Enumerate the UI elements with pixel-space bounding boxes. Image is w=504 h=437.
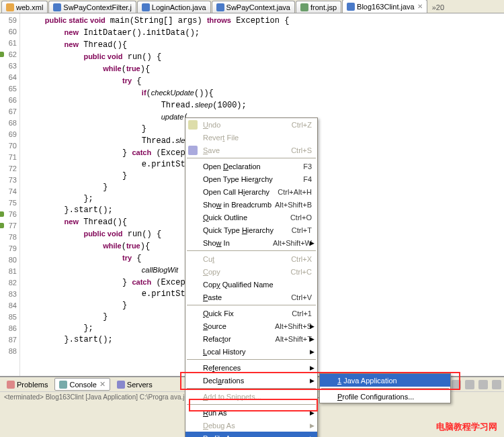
submenu-arrow-icon: ▶ (310, 240, 314, 246)
tab-web-xml[interactable]: web.xml (1, 1, 48, 13)
line-number: 86 (0, 323, 17, 334)
file-icon (347, 3, 355, 11)
close-icon[interactable]: ✕ (99, 380, 106, 389)
tab-label: SwPayContextFilter.j (63, 3, 131, 11)
menu-local-history[interactable]: Local History▶ (185, 345, 317, 358)
menu-label: Revert File (203, 134, 239, 142)
submenu-arrow-icon: ▶ (310, 348, 314, 355)
line-number: 88 (0, 346, 17, 357)
menu-run-as[interactable]: Run As▶ (185, 406, 317, 419)
menu-label: Local History (203, 348, 246, 356)
menu-profile-configurations-[interactable]: Profile Configurations... (320, 390, 450, 403)
line-number: 75 (0, 197, 17, 209)
menu-label: Profile As (203, 434, 234, 438)
menu-refactor[interactable]: RefactorAlt+Shift+T▶ (185, 332, 317, 345)
menu-label: Quick Type Hierarchy (203, 226, 274, 234)
line-number: 71 (0, 152, 17, 163)
tab-front-jsp[interactable]: front.jsp (296, 1, 341, 13)
line-number: 83 (0, 289, 17, 300)
tab-label: Blog163Clint.java (357, 3, 415, 11)
line-number: 61 (0, 38, 17, 49)
tab-swpaycontextfilter-j[interactable]: SwPayContextFilter.j (48, 1, 136, 13)
shortcut: Ctrl+O (290, 213, 312, 222)
line-number: 74 (0, 186, 17, 197)
shortcut: Ctrl+Z (292, 121, 312, 129)
display-selected-icon[interactable] (452, 380, 461, 389)
file-icon (6, 3, 14, 11)
menu-label: Declarations (203, 377, 244, 385)
tab-icon (59, 381, 67, 389)
line-number: 67 (0, 106, 17, 117)
line-number: 78 (0, 232, 17, 243)
menu-label: Undo (203, 121, 220, 129)
shortcut: Ctrl+C (291, 268, 312, 276)
watermark-text: 电脑教程学习网 (436, 421, 497, 433)
submenu-arrow-icon: ▶ (310, 409, 314, 416)
line-number: 63 (0, 60, 17, 72)
submenu-arrow-icon: ▶ (310, 365, 314, 371)
line-number: 60 (0, 26, 17, 38)
line-number: 72 (0, 163, 17, 175)
menu-copy: CopyCtrl+C (185, 265, 317, 278)
menu-1-java-application[interactable]: 1 Java Application (320, 374, 450, 387)
menu-label: Copy Qualified Name (203, 281, 274, 289)
more-tabs[interactable]: »20 (428, 2, 448, 13)
tab-icon (117, 381, 125, 389)
submenu-arrow-icon: ▶ (310, 435, 314, 438)
menu-label: Debug As (203, 422, 235, 430)
menu-show-in[interactable]: Show InAlt+Shift+W▶ (185, 236, 317, 249)
bottom-tab-problems[interactable]: Problems (3, 379, 52, 390)
tab-icon (7, 381, 15, 389)
tab-label: front.jsp (310, 3, 337, 11)
tab-swpaycontext-java[interactable]: SwPayContext.java (212, 1, 295, 13)
file-icon (53, 3, 61, 11)
line-number: 84 (0, 300, 17, 311)
shortcut: Ctrl+V (291, 293, 312, 301)
file-icon (216, 3, 224, 11)
menu-declarations[interactable]: Declarations▶ (185, 374, 317, 387)
shortcut: Ctrl+S (291, 146, 312, 154)
line-number: 68 (0, 117, 17, 129)
menu-open-type-hierarchy[interactable]: Open Type HierarchyF4 (185, 173, 317, 185)
line-number: 87 (0, 334, 17, 346)
menu-icon (188, 120, 198, 130)
tab-blog163clint-java[interactable]: Blog163Clint.java✕ (342, 0, 427, 13)
shortcut: F4 (303, 175, 312, 183)
line-number: 64 (0, 72, 17, 83)
menu-label: Refactor (203, 335, 231, 343)
menu-quick-fix[interactable]: Quick FixCtrl+1 (185, 307, 317, 320)
line-number: 79 (0, 243, 17, 254)
bottom-tab-console[interactable]: Console ✕ (54, 378, 110, 391)
shortcut: Ctrl+X (291, 255, 312, 263)
menu-add-to-snippets-: Add to Snippets... (185, 390, 317, 403)
tab-label: LoginAction.java (152, 3, 206, 11)
separator (321, 388, 449, 389)
maximize-icon[interactable] (492, 380, 501, 389)
submenu-arrow-icon: ▶ (310, 377, 314, 384)
menu-profile-as[interactable]: Profile As▶ (185, 432, 317, 437)
tab-loginaction-java[interactable]: LoginAction.java (137, 1, 211, 13)
menu-open-declaration[interactable]: Open DeclarationF3 (185, 160, 317, 173)
menu-label: Show In (203, 239, 230, 247)
menu-references[interactable]: References▶ (185, 361, 317, 374)
shortcut: Ctrl+Alt+H (278, 188, 312, 196)
menu-show-in-breadcrumb[interactable]: Show in BreadcrumbAlt+Shift+B (185, 198, 317, 211)
separator (187, 305, 316, 305)
shortcut: F3 (303, 162, 312, 171)
menu-source[interactable]: SourceAlt+Shift+S▶ (185, 320, 317, 332)
open-console-icon[interactable] (465, 380, 474, 389)
menu-quick-type-hierarchy[interactable]: Quick Type HierarchyCtrl+T (185, 224, 317, 236)
submenu-arrow-icon: ▶ (310, 336, 314, 342)
close-icon[interactable]: ✕ (417, 3, 423, 10)
menu-quick-outline[interactable]: Quick OutlineCtrl+O (185, 211, 317, 224)
menu-paste[interactable]: PasteCtrl+V (185, 291, 317, 303)
line-number: 77 (0, 220, 17, 232)
context-menu: UndoCtrl+ZRevert FileSaveCtrl+SOpen Decl… (185, 117, 318, 437)
menu-copy-qualified-name[interactable]: Copy Qualified Name (185, 278, 317, 291)
line-number: 73 (0, 175, 17, 186)
editor-tabs: web.xmlSwPayContextFilter.jLoginAction.j… (0, 0, 504, 13)
bottom-tab-servers[interactable]: Servers (113, 379, 157, 390)
minimize-icon[interactable] (478, 380, 488, 389)
line-number: 70 (0, 140, 17, 152)
menu-open-call-hierarchy[interactable]: Open Call HierarchyCtrl+Alt+H (185, 185, 317, 198)
